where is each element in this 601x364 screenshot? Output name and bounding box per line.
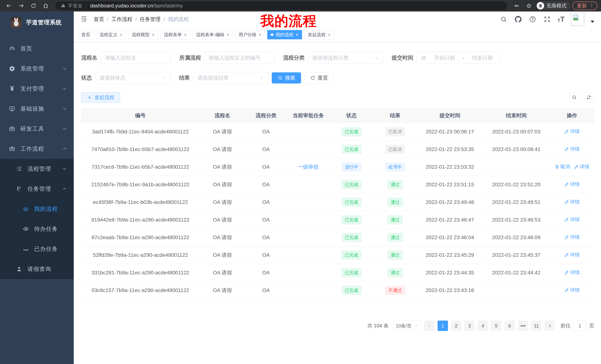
process-definition-input-wrap	[204, 52, 274, 64]
tab-process-definition[interactable]: 流程定义×	[96, 30, 126, 39]
cell-id: 52ffd28e-7b9a-11ec-a290-acde48001122	[81, 252, 200, 258]
category-select[interactable]: 请选择流程分类	[308, 52, 383, 64]
back-icon[interactable]	[4, 1, 14, 10]
detail-action-link[interactable]: 详情	[564, 181, 580, 188]
date-separator: -	[463, 55, 464, 61]
reload-icon[interactable]	[28, 1, 39, 10]
tab-my-process[interactable]: 我的流程×	[267, 30, 302, 39]
show-search-button[interactable]	[569, 92, 580, 103]
detail-action-link[interactable]: 详情	[564, 128, 580, 135]
tab-process-form[interactable]: 流程表单×	[160, 30, 190, 39]
filter-row-2: 状态 请选择状态 结果 请选择流结果 搜索	[81, 72, 594, 84]
fullscreen-icon[interactable]	[543, 15, 551, 23]
sidebar-item-done-task[interactable]: 已办任务	[0, 239, 74, 259]
page-button-5[interactable]: 5	[491, 321, 501, 331]
tab-process-model[interactable]: 流程模型×	[128, 30, 158, 39]
detail-action-link[interactable]: 详情	[564, 252, 580, 258]
cancel-action-link[interactable]: 取消	[555, 163, 570, 170]
sidebar-fold-icon[interactable]	[80, 15, 89, 23]
page-size-select[interactable]: 10条/页	[393, 321, 421, 331]
close-icon[interactable]: ×	[259, 32, 261, 37]
pen-icon	[564, 217, 569, 222]
tab-start-process[interactable]: 发起流程×	[304, 30, 334, 39]
update-button[interactable]: 更新	[572, 1, 597, 10]
close-icon[interactable]: ×	[328, 32, 331, 37]
search-button[interactable]: 搜索	[272, 72, 301, 84]
github-icon[interactable]	[514, 15, 522, 23]
avatar[interactable]	[571, 13, 584, 26]
detail-action-link[interactable]: 详情	[564, 216, 580, 223]
cell-category: OA	[245, 217, 287, 223]
close-icon[interactable]: ×	[227, 32, 229, 37]
pen-icon	[564, 270, 569, 275]
current-task-link[interactable]: 一级审批	[298, 164, 319, 170]
cell-category: OA	[245, 287, 287, 293]
create-process-button[interactable]: 发起流程	[81, 92, 120, 103]
pen-icon	[564, 288, 569, 293]
sidebar-item-my-process[interactable]: 我的流程	[0, 199, 74, 219]
page-button-2[interactable]: 2	[451, 321, 461, 331]
star-icon[interactable]	[524, 1, 534, 10]
key-icon[interactable]	[511, 1, 522, 10]
sidebar-item-task-mgmt[interactable]: 任务管理	[0, 179, 74, 199]
table-row: 67c2eaab-7b9a-11ec-a290-acde48001122OA 请…	[81, 229, 594, 246]
sidebar-item-process-mgmt[interactable]: 流程管理	[0, 159, 74, 179]
tab-user-group[interactable]: 用户分组×	[235, 30, 265, 39]
avatar-dropdown-caret[interactable]	[591, 21, 594, 23]
help-icon[interactable]	[529, 15, 537, 23]
reset-button[interactable]: 重置	[304, 72, 334, 84]
sidebar-item-todo-task[interactable]: 待办任务	[0, 219, 74, 239]
sidebar-item-home[interactable]: 首页	[0, 38, 74, 59]
page-button-11[interactable]: 11	[531, 321, 541, 331]
annotation-title: 我的流程	[260, 12, 317, 30]
sidebar-item-payment[interactable]: ¥支付管理	[0, 79, 74, 99]
close-icon[interactable]: ×	[184, 32, 187, 37]
goto-page-input[interactable]	[573, 321, 587, 331]
detail-action-link[interactable]: 详情	[574, 163, 590, 170]
sidebar-item-devtools[interactable]: 研发工具	[0, 119, 74, 139]
detail-action-link[interactable]: 详情	[564, 269, 580, 276]
next-page-button[interactable]	[545, 321, 555, 331]
result-select[interactable]: 请选择流结果	[193, 72, 268, 84]
sidebar-item-label: 已办任务	[34, 245, 67, 253]
app-logo[interactable]: 芋道管理系统	[0, 11, 74, 33]
close-icon[interactable]: ×	[152, 32, 155, 37]
breadcrumb-item[interactable]: 任务管理	[140, 16, 161, 23]
process-name-input[interactable]	[105, 55, 167, 61]
forward-icon[interactable]	[16, 1, 26, 10]
refresh-table-button[interactable]	[583, 92, 594, 103]
tab-home[interactable]: 首页	[78, 30, 94, 39]
page-button-1[interactable]: 1	[438, 321, 448, 331]
submit-time-range-picker[interactable]: 开始日期 - 结束日期	[417, 52, 501, 64]
page-button-3[interactable]: 3	[464, 321, 475, 331]
detail-action-link[interactable]: 详情	[564, 287, 580, 293]
list-icon	[16, 165, 23, 172]
prev-page-button[interactable]	[424, 321, 435, 331]
page-button-4[interactable]: 4	[478, 321, 488, 331]
tab-process-form-edit[interactable]: 流程表单-编辑×	[193, 30, 233, 39]
sidebar-item-workflow[interactable]: 工作流程	[0, 139, 74, 159]
sidebar-item-infra[interactable]: 基础设施	[0, 99, 74, 119]
detail-action-link[interactable]: 详情	[564, 146, 580, 152]
breadcrumb-item[interactable]: 首页	[94, 16, 104, 23]
status-select[interactable]: 请选择状态	[95, 72, 170, 84]
tab-label: 用户分组	[239, 32, 257, 38]
breadcrumb-item[interactable]: 工作流程	[112, 16, 132, 23]
menu-dots-icon[interactable]	[590, 3, 594, 9]
search-icon[interactable]	[500, 15, 508, 23]
cell-result: 不通过	[373, 286, 417, 295]
sidebar-item-leave-query[interactable]: 请假查询	[0, 259, 74, 279]
close-icon[interactable]: ×	[120, 32, 122, 37]
process-definition-input[interactable]	[209, 55, 270, 61]
detail-action-link[interactable]: 详情	[564, 234, 580, 240]
detail-action-link[interactable]: 详情	[564, 199, 580, 205]
home-icon[interactable]	[40, 1, 51, 10]
result-badge: 处理中	[385, 163, 405, 172]
sidebar-item-system[interactable]: 系统管理	[0, 59, 74, 79]
not-secure-warning-icon	[60, 3, 66, 9]
font-size-icon[interactable]: TT	[558, 16, 565, 23]
pagination-ellipsis[interactable]: •••	[518, 321, 528, 331]
close-icon[interactable]: ×	[296, 32, 299, 37]
url-bar[interactable]: 不安全 dashboard.yudao.iocoder.cn/bpm/task/…	[55, 1, 507, 10]
page-button-6[interactable]: 6	[504, 321, 515, 331]
